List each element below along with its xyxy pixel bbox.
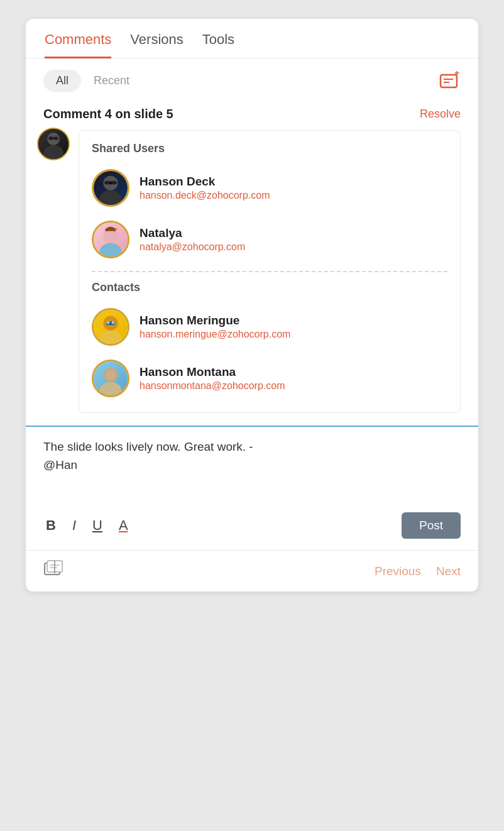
user-avatar-meringue (92, 308, 129, 346)
svg-point-13 (112, 180, 116, 184)
nav-buttons: Previous Next (375, 564, 461, 578)
tab-tools[interactable]: Tools (202, 31, 234, 58)
italic-button[interactable]: I (70, 516, 79, 535)
contacts-list: Hanson Meringue hanson.meringue@zohocorp… (92, 304, 447, 401)
user-name: Hanson Deck (140, 175, 270, 189)
tab-versions[interactable]: Versions (130, 31, 183, 58)
avatar-image-montana (94, 361, 128, 395)
user-email: natalya@zohocorp.com (140, 241, 245, 253)
contacts-label: Contacts (92, 281, 447, 294)
svg-rect-27 (50, 567, 57, 568)
comment-title: Comment 4 on slide 5 (43, 107, 173, 121)
resolve-button[interactable]: Resolve (420, 107, 461, 121)
next-button[interactable]: Next (436, 564, 461, 578)
filter-buttons: All Recent (43, 70, 142, 92)
user-info-hanson-deck: Hanson Deck hanson.deck@zohocorp.com (140, 175, 270, 201)
user-info-meringue: Hanson Meringue hanson.meringue@zohocorp… (140, 314, 290, 340)
user-info-montana: Hanson Montana hansonmontana@zohocorp.co… (140, 365, 285, 392)
tab-comments[interactable]: Comments (45, 31, 111, 58)
svg-point-17 (100, 331, 122, 344)
contact-item: Hanson Meringue hanson.meringue@zohocorp… (92, 304, 447, 349)
bold-button[interactable]: B (43, 516, 58, 535)
comment-header: Comment 4 on slide 5 Resolve (26, 103, 478, 130)
filter-recent-button[interactable]: Recent (81, 70, 142, 92)
author-avatar (37, 128, 70, 160)
svg-point-20 (111, 321, 114, 324)
shared-users-label: Shared Users (92, 142, 447, 155)
user-name: Hanson Montana (140, 365, 285, 379)
main-panel: Comments Versions Tools All Recent + Com… (26, 19, 478, 592)
contact-item: Hanson Montana hansonmontana@zohocorp.co… (92, 356, 447, 401)
user-email: hanson.deck@zohocorp.com (140, 190, 270, 201)
filter-all-button[interactable]: All (43, 70, 81, 92)
svg-point-10 (100, 190, 122, 206)
tab-bar: Comments Versions Tools (26, 19, 478, 58)
previous-button[interactable]: Previous (375, 564, 421, 578)
shared-users-box: Shared Users (79, 130, 461, 413)
svg-text:+: + (454, 71, 459, 78)
text-color-button[interactable]: A (116, 516, 131, 535)
user-avatar-hanson-deck (92, 169, 129, 207)
shared-users-list: Hanson Deck hanson.deck@zohocorp.com (92, 165, 447, 262)
avatar-image-hanson-deck (94, 171, 128, 205)
comment-body: Shared Users (26, 130, 478, 413)
svg-point-19 (107, 321, 110, 324)
user-email: hanson.meringue@zohocorp.com (140, 329, 290, 340)
comment-textarea[interactable]: The slide looks lively now. Great work. … (43, 438, 461, 495)
user-avatar-natalya (92, 221, 129, 258)
format-toolbar: B I U A Post (26, 506, 478, 550)
user-avatar-montana (92, 360, 129, 397)
svg-point-22 (100, 382, 122, 396)
avatar-image-meringue (94, 310, 128, 344)
section-divider (92, 271, 447, 272)
underline-button[interactable]: U (90, 516, 105, 535)
user-email: hansonmontana@zohocorp.com (140, 380, 285, 392)
svg-point-5 (43, 145, 63, 159)
user-name: Natalya (140, 226, 245, 240)
avatar-image-natalya (94, 223, 128, 256)
format-tools: B I U A (43, 516, 131, 535)
bottom-nav: Previous Next (26, 550, 478, 592)
user-info-natalya: Natalya natalya@zohocorp.com (140, 226, 245, 253)
shared-user-item: Hanson Deck hanson.deck@zohocorp.com (92, 165, 447, 211)
svg-point-12 (106, 180, 109, 184)
svg-point-23 (106, 370, 115, 380)
svg-point-15 (100, 243, 122, 257)
slides-icon[interactable] (43, 559, 66, 583)
svg-rect-8 (48, 137, 58, 140)
shared-user-item: Natalya natalya@zohocorp.com (92, 217, 447, 262)
author-avatar-image (38, 129, 68, 159)
user-name: Hanson Meringue (140, 314, 290, 327)
post-button[interactable]: Post (402, 512, 461, 539)
filter-row: All Recent + (26, 58, 478, 103)
add-comment-button[interactable]: + (438, 71, 461, 91)
text-input-section: The slide looks lively now. Great work. … (26, 426, 478, 506)
